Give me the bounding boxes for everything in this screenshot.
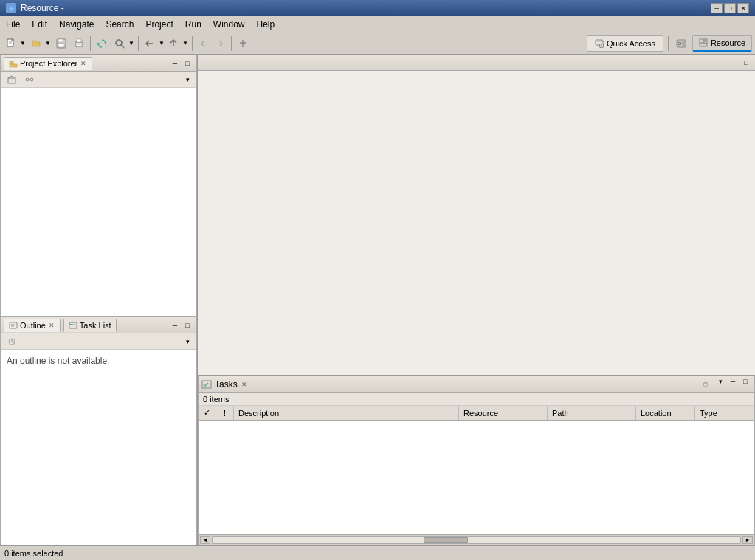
tasks-view-menu[interactable]: ▾ — [714, 376, 726, 387]
outline-panel: Outline ✕ Task List ─ □ ▾ — [0, 317, 197, 545]
editor-content — [198, 71, 755, 375]
outline-close[interactable]: ✕ — [48, 322, 55, 329]
tasks-header: Tasks ✕ ▾ ─ □ — [199, 376, 754, 393]
editor-area: ─ □ — [198, 55, 755, 376]
col-description-label: Description — [238, 409, 279, 418]
tasks-tab-label: Tasks — [215, 379, 238, 390]
tasks-sync-btn[interactable] — [697, 376, 714, 393]
app-icon: ◈ — [6, 3, 16, 13]
status-text: 0 items selected — [4, 549, 63, 558]
project-explorer-controls: ─ □ — [169, 58, 193, 69]
tasks-maximize[interactable]: □ — [740, 376, 751, 387]
menu-file[interactable]: File — [0, 16, 26, 32]
outline-sync-btn[interactable] — [4, 333, 20, 350]
svg-line-13 — [121, 45, 124, 48]
outline-minimize[interactable]: ─ — [169, 320, 181, 331]
project-explorer-header: Project Explorer ✕ ─ □ — [1, 55, 196, 72]
col-path[interactable]: Path — [548, 406, 636, 420]
outline-controls: ─ □ — [169, 320, 193, 331]
outline-view-menu-button[interactable]: ▾ — [182, 336, 193, 347]
menu-window[interactable]: Window — [207, 16, 251, 32]
outline-view-menu: ▾ — [182, 336, 193, 347]
new-button[interactable] — [3, 35, 19, 52]
svg-rect-34 — [8, 78, 15, 83]
col-check[interactable]: ✓ — [199, 406, 216, 420]
scroll-right-btn[interactable]: ► — [742, 536, 753, 544]
table-header: ✓ ! Description Resource Path Location — [199, 406, 754, 421]
search-button[interactable] — [111, 35, 128, 52]
editor-maximize[interactable]: □ — [740, 58, 752, 68]
tasks-minimize[interactable]: ─ — [727, 376, 739, 387]
svg-rect-8 — [77, 39, 81, 42]
project-explorer-tab[interactable]: Project Explorer ✕ — [4, 57, 92, 70]
main-content: Project Explorer ✕ ─ □ ▾ — [0, 55, 755, 545]
col-description[interactable]: Description — [234, 406, 459, 420]
tasks-icon — [201, 379, 212, 390]
toolbar-separator-4 — [231, 36, 232, 51]
window-title: Resource - — [21, 3, 64, 13]
new-dropdown-button[interactable]: ▼ — [19, 35, 27, 52]
nav-up-dropdown[interactable]: ▼ — [182, 35, 189, 52]
refresh-button[interactable] — [94, 35, 110, 52]
right-panel: ─ □ Tasks ✕ ▾ ─ — [198, 55, 755, 545]
tasks-count: 0 items — [199, 393, 754, 406]
menu-project[interactable]: Project — [139, 16, 179, 32]
link-with-editor-button[interactable] — [21, 72, 38, 88]
collapse-all-button[interactable] — [4, 72, 20, 88]
svg-point-37 — [26, 78, 29, 81]
print-button[interactable] — [71, 35, 87, 52]
scroll-left-btn[interactable]: ◄ — [200, 536, 210, 544]
history-group — [94, 35, 110, 52]
outline-header: Outline ✕ Task List ─ □ — [1, 317, 196, 333]
pin-button[interactable] — [235, 35, 251, 52]
open-button[interactable] — [28, 35, 44, 52]
outline-tab[interactable]: Outline ✕ — [4, 319, 61, 332]
project-explorer-content — [1, 88, 196, 316]
nav-prev-button[interactable] — [142, 35, 158, 52]
project-explorer-close[interactable]: ✕ — [80, 60, 87, 67]
tasks-close[interactable]: ✕ — [241, 381, 248, 388]
project-explorer-minimize[interactable]: ─ — [169, 58, 181, 69]
toolbar: ▼ ▼ ▼ ▼ ▼ — [0, 32, 755, 55]
nav-up-button[interactable] — [165, 35, 182, 52]
scrollbar-track[interactable] — [212, 536, 741, 544]
outline-maximize[interactable]: □ — [182, 320, 193, 331]
view-menu-button[interactable]: ▾ — [182, 75, 193, 85]
perspective-open-btn[interactable] — [673, 35, 689, 52]
toolbar-separator-3 — [192, 36, 193, 51]
col-type[interactable]: Type — [695, 406, 754, 420]
task-list-tab[interactable]: Task List — [63, 319, 117, 332]
col-resource[interactable]: Resource — [459, 406, 548, 420]
scrollbar-thumb[interactable] — [424, 537, 468, 543]
menu-search[interactable]: Search — [100, 16, 139, 32]
col-priority[interactable]: ! — [216, 406, 234, 420]
open-dropdown-button[interactable]: ▼ — [44, 35, 52, 52]
menu-edit[interactable]: Edit — [26, 16, 53, 32]
menu-navigate[interactable]: Navigate — [53, 16, 100, 32]
nav-prev-dropdown[interactable]: ▼ — [158, 35, 165, 52]
menu-bar: File Edit Navigate Search Project Run Wi… — [0, 16, 755, 32]
new-button-group: ▼ — [3, 35, 27, 52]
back-button[interactable] — [196, 35, 212, 52]
project-explorer-maximize[interactable]: □ — [182, 58, 193, 69]
tasks-scrollbar: ◄ ► — [199, 534, 754, 545]
forward-button[interactable] — [212, 35, 228, 52]
open-button-group: ▼ — [28, 35, 52, 52]
close-button[interactable]: ✕ — [737, 3, 749, 13]
quick-access-button[interactable]: Quick Access — [587, 35, 663, 52]
resource-perspective-btn[interactable]: Resource — [692, 35, 752, 52]
search-dropdown-button[interactable]: ▼ — [128, 35, 135, 52]
editor-controls: ─ □ — [728, 58, 752, 68]
editor-minimize[interactable]: ─ — [728, 58, 740, 68]
svg-rect-9 — [76, 44, 82, 46]
task-list-tab-label: Task List — [80, 321, 111, 330]
save-button[interactable] — [53, 35, 69, 52]
minimize-button[interactable]: ─ — [711, 3, 723, 13]
col-location[interactable]: Location — [636, 406, 695, 420]
menu-help[interactable]: Help — [251, 16, 281, 32]
menu-run[interactable]: Run — [179, 16, 207, 32]
maximize-button[interactable]: □ — [724, 3, 736, 13]
svg-rect-43 — [69, 322, 77, 328]
svg-point-38 — [30, 78, 33, 81]
left-panel: Project Explorer ✕ ─ □ ▾ — [0, 55, 198, 545]
